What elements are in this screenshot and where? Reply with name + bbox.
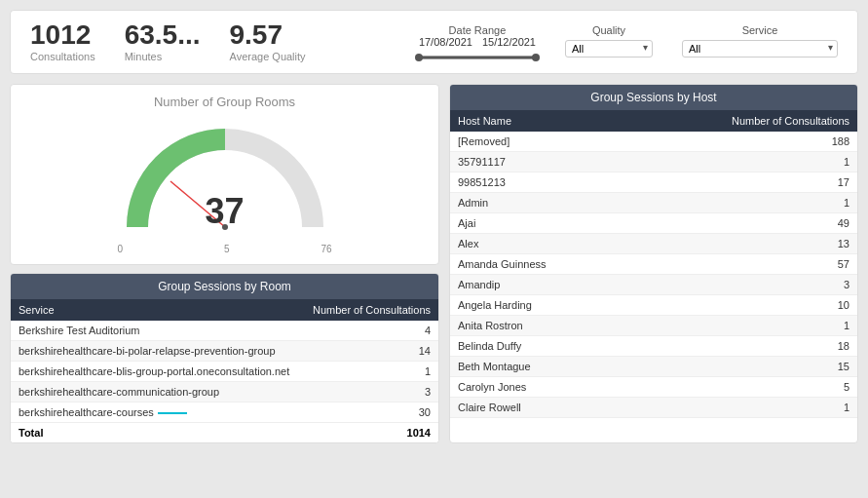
list-item: Anita Rostron1 bbox=[450, 316, 857, 336]
host-name-cell: 99851213 bbox=[450, 172, 628, 193]
host-name-cell: Claire Rowell bbox=[450, 398, 628, 418]
host-count-cell: 1 bbox=[628, 152, 857, 172]
table-row: berkshirehealthcare-bi-polar-relapse-pre… bbox=[11, 341, 438, 362]
left-panel: Number of Group Rooms 37 0 bbox=[10, 84, 439, 443]
host-count-cell: 1 bbox=[628, 316, 857, 336]
list-item: Amanda Guinness57 bbox=[450, 254, 857, 275]
list-item: Admin1 bbox=[450, 193, 857, 213]
host-name-cell: 35791117 bbox=[450, 152, 628, 172]
col-consultations-header: Number of Consultations bbox=[302, 299, 438, 321]
host-count-cell: 1 bbox=[628, 398, 857, 418]
sessions-by-host-table: Host Name Number of Consultations [Remov… bbox=[450, 110, 857, 418]
gauge-max: 76 bbox=[321, 244, 331, 254]
date-range-filter: Date Range 17/08/2021 15/12/2021 bbox=[419, 24, 536, 63]
room-count-cell: 1 bbox=[302, 362, 438, 382]
gauge-min: 0 bbox=[118, 244, 124, 254]
room-count-cell: 30 bbox=[302, 402, 438, 423]
service-filter-label: Service bbox=[682, 24, 838, 36]
quality-value: 9.57 bbox=[230, 20, 306, 51]
table-row: berkshirehealthcare-courses30 bbox=[11, 402, 438, 423]
host-count-cell: 5 bbox=[628, 377, 857, 398]
footer-value: 1014 bbox=[302, 423, 438, 443]
list-item: Angela Harding10 bbox=[450, 295, 857, 316]
sessions-by-room-header: Group Sessions by Room bbox=[11, 274, 438, 299]
minutes-value: 63.5... bbox=[125, 20, 201, 51]
sessions-by-room-table: Service Number of Consultations Berkshir… bbox=[11, 299, 438, 442]
list-item: Amandip3 bbox=[450, 275, 857, 295]
host-name-cell: [Removed] bbox=[450, 132, 628, 152]
gauge-panel: Number of Group Rooms 37 0 bbox=[10, 84, 439, 265]
quality-label: Average Quality bbox=[230, 51, 306, 62]
list-item: Carolyn Jones5 bbox=[450, 377, 857, 398]
host-count-cell: 10 bbox=[628, 295, 857, 316]
host-count-cell: 18 bbox=[628, 336, 857, 357]
host-name-cell: Anita Rostron bbox=[450, 316, 628, 336]
quality-select-wrapper: All bbox=[565, 40, 653, 57]
host-name-cell: Amandip bbox=[450, 275, 628, 295]
service-select[interactable]: All bbox=[682, 40, 838, 57]
gauge-mid: 5 bbox=[224, 244, 230, 254]
host-count-cell: 3 bbox=[628, 275, 857, 295]
col-service-header: Service bbox=[11, 299, 302, 321]
list-item: Claire Rowell1 bbox=[450, 398, 857, 418]
sessions-by-host-scroll[interactable]: Host Name Number of Consultations [Remov… bbox=[450, 110, 857, 418]
col-host-header: Host Name bbox=[450, 110, 628, 132]
service-select-wrapper: All bbox=[682, 40, 838, 57]
gauge-labels: 0 5 76 bbox=[118, 244, 332, 254]
host-name-cell: Carolyn Jones bbox=[450, 377, 628, 398]
consultations-value: 1012 bbox=[30, 20, 95, 51]
gauge-value: 37 bbox=[205, 191, 244, 232]
date-start: 17/08/2021 bbox=[419, 36, 472, 48]
quality-stat: 9.57 Average Quality bbox=[230, 20, 306, 62]
sessions-by-room-panel: Group Sessions by Room Service Number of… bbox=[10, 273, 439, 443]
stats-bar: 1012 Consultations 63.5... Minutes 9.57 … bbox=[10, 10, 858, 74]
table-footer-row: Total 1014 bbox=[11, 423, 438, 443]
host-table-head-row: Host Name Number of Consultations bbox=[450, 110, 857, 132]
quality-filter-label: Quality bbox=[565, 24, 653, 36]
minutes-stat: 63.5... Minutes bbox=[125, 20, 201, 62]
sessions-by-host-header: Group Sessions by Host bbox=[450, 85, 857, 110]
host-count-cell: 13 bbox=[628, 234, 857, 254]
list-item: 9985121317 bbox=[450, 172, 857, 193]
room-service-cell: berkshirehealthcare-blis-group-portal.on… bbox=[11, 362, 302, 382]
room-service-cell: Berkshire Test Auditorium bbox=[11, 321, 302, 341]
table-head-row: Service Number of Consultations bbox=[11, 299, 438, 321]
progress-bar-indicator bbox=[158, 412, 187, 414]
host-count-cell: 15 bbox=[628, 357, 857, 377]
host-count-cell: 57 bbox=[628, 254, 857, 275]
date-end: 15/12/2021 bbox=[482, 36, 536, 48]
list-item: 357911171 bbox=[450, 152, 857, 172]
host-count-cell: 188 bbox=[628, 132, 857, 152]
room-service-cell: berkshirehealthcare-courses bbox=[11, 402, 302, 423]
list-item: [Removed]188 bbox=[450, 132, 857, 152]
date-slider[interactable] bbox=[419, 52, 536, 63]
gauge-title: Number of Group Rooms bbox=[154, 95, 295, 109]
filters-area: Date Range 17/08/2021 15/12/2021 Quality… bbox=[419, 20, 838, 63]
slider-thumb-left[interactable] bbox=[415, 54, 423, 61]
host-count-cell: 49 bbox=[628, 213, 857, 234]
table-row: berkshirehealthcare-blis-group-portal.on… bbox=[11, 362, 438, 382]
host-name-cell: Ajai bbox=[450, 213, 628, 234]
date-range-label: Date Range bbox=[449, 24, 507, 36]
host-name-cell: Beth Montague bbox=[450, 357, 628, 377]
sessions-by-room-scroll[interactable]: Service Number of Consultations Berkshir… bbox=[11, 299, 438, 442]
host-count-cell: 1 bbox=[628, 193, 857, 213]
sessions-by-host-panel: Group Sessions by Host Host Name Number … bbox=[449, 84, 858, 443]
table-row: Berkshire Test Auditorium4 bbox=[11, 321, 438, 341]
consultations-stat: 1012 Consultations bbox=[30, 20, 95, 62]
main-content: Number of Group Rooms 37 0 bbox=[10, 84, 858, 443]
consultations-label: Consultations bbox=[30, 51, 95, 62]
room-count-cell: 14 bbox=[302, 341, 438, 362]
slider-fill bbox=[419, 57, 536, 59]
host-name-cell: Amanda Guinness bbox=[450, 254, 628, 275]
room-service-cell: berkshirehealthcare-bi-polar-relapse-pre… bbox=[11, 341, 302, 362]
quality-filter: Quality All bbox=[565, 24, 653, 57]
minutes-label: Minutes bbox=[125, 51, 201, 62]
service-filter: Service All bbox=[682, 24, 838, 57]
host-name-cell: Angela Harding bbox=[450, 295, 628, 316]
quality-select[interactable]: All bbox=[565, 40, 653, 57]
host-name-cell: Admin bbox=[450, 193, 628, 213]
right-panel: Group Sessions by Host Host Name Number … bbox=[449, 84, 858, 443]
slider-thumb-right[interactable] bbox=[532, 54, 540, 61]
host-name-cell: Belinda Duffy bbox=[450, 336, 628, 357]
